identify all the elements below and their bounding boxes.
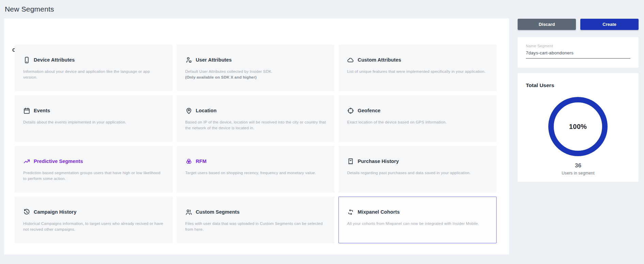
total-users-percent: 100% xyxy=(548,97,608,156)
category-title: Device Attributes xyxy=(34,57,75,63)
total-users-caption: Users in segment xyxy=(518,171,639,176)
total-users-card: Total Users 100% 36 Users in segment xyxy=(518,73,639,182)
category-title: RFM xyxy=(196,159,207,164)
page-title: New Segments xyxy=(5,5,54,13)
category-card-custom-segments[interactable]: Custom Segments Files with user data tha… xyxy=(177,197,335,243)
category-card-user-attributes[interactable]: User Attributes Default User Attributes … xyxy=(177,45,335,91)
category-card-purchase-history[interactable]: Purchase History Details regarding past … xyxy=(339,146,497,193)
category-panel: Choose a category before creating a new … xyxy=(4,18,509,254)
total-users-donut: 100% xyxy=(548,97,608,156)
category-description: Exact location of the device based on GP… xyxy=(347,119,488,125)
category-title: Purchase History xyxy=(358,159,399,164)
category-title: User Attributes xyxy=(196,57,232,63)
create-button[interactable]: Create xyxy=(580,19,639,30)
category-title: Mixpanel Cohorts xyxy=(358,209,399,215)
cloud-icon xyxy=(347,56,354,64)
category-card-location[interactable]: Location Based on IP of the device, loca… xyxy=(177,95,335,142)
category-description: Files with user data that was uploaded i… xyxy=(185,221,326,232)
category-title: Location xyxy=(196,108,217,113)
category-description: Default User Attributes collected by Ins… xyxy=(185,69,326,75)
action-buttons: Discard Create xyxy=(518,19,639,30)
smartphone-icon xyxy=(23,56,30,64)
category-title: Events xyxy=(34,108,50,113)
category-title: Geofence xyxy=(358,108,380,113)
category-card-custom-attributes[interactable]: Custom Attributes List of unique feature… xyxy=(339,45,497,91)
category-title: Predictive Segments xyxy=(34,159,83,164)
category-card-mixpanel-cohorts[interactable]: Mixpanel Cohorts All your cohorts from M… xyxy=(339,197,497,243)
category-description: Based on IP of the device, location will… xyxy=(185,119,326,131)
category-title: Custom Attributes xyxy=(358,57,401,63)
geofence-target-icon xyxy=(347,107,354,114)
category-card-events[interactable]: Events Details about the events implemen… xyxy=(15,95,173,142)
users-icon xyxy=(185,209,192,216)
category-description: Information about your device and applic… xyxy=(23,69,164,80)
total-users-count: 36 xyxy=(518,162,639,169)
category-grid: Device Attributes Information about your… xyxy=(15,45,497,243)
discard-button[interactable]: Discard xyxy=(518,19,576,30)
calendar-icon xyxy=(23,107,30,114)
category-description: All your cohorts from Mixpanel can now b… xyxy=(347,221,488,227)
user-badge-icon xyxy=(185,56,192,64)
category-description: Details regarding past purchases and dat… xyxy=(347,170,488,176)
category-description: Historical Campaigns information, to tar… xyxy=(23,221,164,232)
category-card-geofence[interactable]: Geofence Exact location of the device ba… xyxy=(339,95,497,142)
category-description: Target users based on shopping recency, … xyxy=(185,170,326,176)
category-description: List of unique features that were implem… xyxy=(347,69,488,75)
name-segment-input[interactable] xyxy=(526,50,630,59)
category-card-device-attributes[interactable]: Device Attributes Information about your… xyxy=(15,45,173,91)
category-title: Custom Segments xyxy=(196,209,240,215)
category-description-note: (Only available on SDK X and higher) xyxy=(185,75,326,80)
name-segment-label: Name Segment xyxy=(526,44,630,48)
category-description: Details about the events implemented in … xyxy=(23,119,164,125)
category-description: Prediction based segmentation groups use… xyxy=(23,170,164,182)
venn-diagram-icon xyxy=(185,158,192,165)
trend-up-icon xyxy=(23,158,30,165)
category-card-predictive-segments[interactable]: Predictive Segments Prediction based seg… xyxy=(15,146,173,193)
category-title: Campaign History xyxy=(34,209,77,215)
sync-arrows-icon xyxy=(347,209,354,216)
total-users-heading: Total Users xyxy=(526,82,554,88)
category-card-campaign-history[interactable]: Campaign History Historical Campaigns in… xyxy=(15,197,173,243)
map-pin-icon xyxy=(185,107,192,114)
receipt-icon xyxy=(347,158,354,165)
category-card-rfm[interactable]: RFM Target users based on shopping recen… xyxy=(177,146,335,193)
history-clock-icon xyxy=(23,209,30,216)
name-segment-card: Name Segment xyxy=(518,37,639,68)
